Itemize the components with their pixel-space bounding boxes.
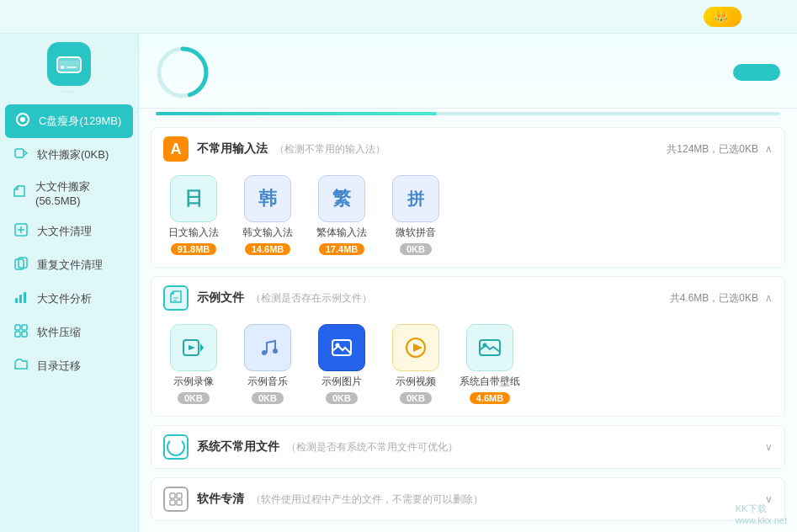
file-item-wallpaper[interactable]: 系统自带壁纸 4.6MB: [460, 324, 520, 404]
category-header-sample-files[interactable]: 示例文件 （检测是否存在示例文件） 共4.6MB，已选0KB ∧: [151, 277, 784, 319]
nav-label-big-analyze: 大文件分析: [37, 291, 92, 306]
cat-name-sys-unused: 系统不常用文件: [197, 439, 279, 455]
svg-point-25: [336, 343, 340, 348]
file-size-trad-input: 17.4MB: [319, 243, 365, 255]
file-icon-pinyin-input: 拼: [392, 175, 439, 222]
file-label-kr-input: 韩文输入法: [242, 226, 293, 240]
svg-rect-15: [22, 325, 27, 330]
nav-label-dup-clean: 重复文件清理: [37, 258, 103, 273]
main-layout: C盘瘦身(129MB) 软件搬家(0KB) 大文件搬家(56.5MB) 大文件清…: [0, 34, 797, 532]
svg-point-6: [20, 117, 25, 122]
file-size-jp-input: 91.8MB: [171, 243, 217, 255]
svg-rect-12: [19, 295, 22, 303]
cat-right-sys-unused: ∨: [765, 441, 773, 453]
file-size-wallpaper: 4.6MB: [470, 392, 510, 404]
category-sample-files: 示例文件 （检测是否存在示例文件） 共4.6MB，已选0KB ∧ 示例录像 0K…: [151, 276, 785, 417]
progress-bar-fill: [156, 112, 437, 115]
file-item-sample-music[interactable]: 示例音乐 0KB: [237, 324, 298, 404]
close-icon[interactable]: [778, 15, 787, 19]
file-item-sample-img[interactable]: 示例图片 0KB: [311, 324, 372, 404]
nav-label-dir-migrate: 目录迁移: [37, 359, 81, 374]
file-item-sample-vid[interactable]: 示例视频 0KB: [385, 324, 446, 404]
file-label-sample-video: 示例录像: [173, 375, 214, 389]
category-header-soft-purge[interactable]: 软件专清 （软件使用过程中产生的文件，不需要的可以删除） ∨: [151, 478, 784, 520]
cat-size-info-sample-files: 共4.6MB，已选0KB: [670, 291, 758, 306]
sidebar-item-dir-migrate[interactable]: 目录迁移: [0, 349, 138, 383]
logo-sub: [62, 91, 76, 93]
cat-name-soft-purge: 软件专清: [197, 492, 244, 507]
sidebar-nav: C盘瘦身(129MB) 软件搬家(0KB) 大文件搬家(56.5MB) 大文件清…: [0, 104, 138, 383]
file-icon-sample-vid: [392, 324, 439, 371]
vip-button[interactable]: 👑: [704, 7, 741, 27]
scroll-area[interactable]: A 不常用输入法 （检测不常用的输入法） 共124MB，已选0KB ∧ 日 日文…: [139, 120, 797, 532]
svg-rect-33: [177, 500, 182, 505]
file-size-sample-img: 0KB: [326, 392, 358, 404]
file-label-sample-vid: 示例视频: [396, 375, 436, 389]
sidebar-item-dup-clean[interactable]: 重复文件清理: [0, 248, 138, 282]
cancel-scan-button[interactable]: [733, 64, 780, 81]
progress-bar-bg: [156, 112, 780, 115]
cat-right-input-method: 共124MB，已选0KB ∧: [667, 142, 773, 157]
content-area: A 不常用输入法 （检测不常用的输入法） 共124MB，已选0KB ∧ 日 日文…: [139, 34, 797, 532]
svg-rect-11: [15, 298, 18, 303]
category-header-input-method[interactable]: A 不常用输入法 （检测不常用的输入法） 共124MB，已选0KB ∧: [151, 128, 784, 170]
category-sys-unused: 系统不常用文件 （检测是否有系统不常用文件可优化） ∨: [151, 425, 785, 469]
cat-right-soft-purge: ∨: [765, 493, 773, 505]
svg-marker-21: [200, 343, 204, 352]
file-item-jp-input[interactable]: 日 日文输入法 91.8MB: [163, 175, 224, 255]
menu-icon[interactable]: [748, 15, 757, 19]
svg-rect-14: [15, 325, 20, 330]
nav-icon-soft-compress: [12, 323, 30, 342]
file-icon-trad-input: 繁: [318, 175, 365, 222]
category-header-sys-unused[interactable]: 系统不常用文件 （检测是否有系统不常用文件可优化） ∨: [151, 426, 784, 468]
cat-desc-sys-unused: （检测是否有系统不常用文件可优化）: [286, 440, 458, 455]
nav-label-soft-move: 软件搬家(0KB): [37, 147, 109, 162]
sidebar-item-soft-compress[interactable]: 软件压缩: [0, 316, 138, 349]
minimize-icon[interactable]: [763, 15, 772, 19]
cat-icon-sample-files: [163, 285, 189, 311]
sidebar-item-big-clean[interactable]: 大文件清理: [0, 215, 138, 248]
sidebar-item-big-move[interactable]: 大文件搬家(56.5MB): [0, 172, 138, 215]
sidebar: C盘瘦身(129MB) 软件搬家(0KB) 大文件搬家(56.5MB) 大文件清…: [0, 34, 139, 532]
sidebar-item-soft-move[interactable]: 软件搬家(0KB): [0, 138, 138, 172]
circle-progress: [156, 45, 210, 99]
cat-right-sample-files: 共4.6MB，已选0KB ∧: [670, 291, 773, 306]
file-icon-sample-img: [318, 324, 365, 371]
file-label-sample-img: 示例图片: [321, 375, 362, 389]
cat-icon-sys-unused: [163, 434, 189, 460]
cat-desc-input-method: （检测不常用的输入法）: [274, 142, 385, 157]
svg-point-3: [61, 66, 64, 69]
svg-rect-17: [22, 332, 27, 337]
cat-desc-sample-files: （检测是否存在示例文件）: [251, 291, 372, 306]
nav-icon-dup-clean: [12, 256, 30, 274]
nav-icon-soft-move: [12, 146, 30, 164]
file-size-kr-input: 14.6MB: [245, 243, 291, 255]
file-label-trad-input: 繁体输入法: [316, 226, 367, 240]
file-icon-sample-video: [170, 324, 217, 371]
cat-name-sample-files: 示例文件: [197, 290, 244, 306]
svg-marker-27: [413, 343, 422, 352]
category-input-method: A 不常用输入法 （检测不常用的输入法） 共124MB，已选0KB ∧ 日 日文…: [151, 127, 785, 268]
svg-point-29: [483, 343, 487, 348]
nav-icon-big-clean: [12, 222, 30, 241]
svg-rect-7: [15, 149, 24, 157]
svg-rect-13: [24, 292, 26, 303]
scanning-spinner-sys-unused: [167, 438, 185, 456]
title-bar: 👑: [0, 0, 797, 34]
cat-desc-soft-purge: （软件使用过程中产生的文件，不需要的可以删除）: [251, 492, 483, 507]
cat-icon-soft-purge: [163, 487, 189, 512]
svg-point-23: [273, 348, 278, 354]
sidebar-item-big-analyze[interactable]: 大文件分析: [0, 282, 138, 316]
scan-info: [156, 45, 223, 99]
svg-rect-32: [170, 500, 175, 505]
file-icon-jp-input: 日: [170, 175, 217, 222]
file-item-sample-video[interactable]: 示例录像 0KB: [163, 324, 224, 404]
sidebar-item-c-slim[interactable]: C盘瘦身(129MB): [5, 104, 133, 138]
nav-label-soft-compress: 软件压缩: [37, 325, 81, 340]
cat-chevron-soft-purge: ∨: [765, 493, 773, 505]
file-item-trad-input[interactable]: 繁 繁体输入法 17.4MB: [311, 175, 372, 255]
file-item-pinyin-input[interactable]: 拼 微软拼音 0KB: [385, 175, 446, 255]
nav-label-big-clean: 大文件清理: [37, 224, 92, 239]
file-item-kr-input[interactable]: 韩 韩文输入法 14.6MB: [237, 175, 298, 255]
nav-icon-c-slim: [13, 112, 32, 130]
